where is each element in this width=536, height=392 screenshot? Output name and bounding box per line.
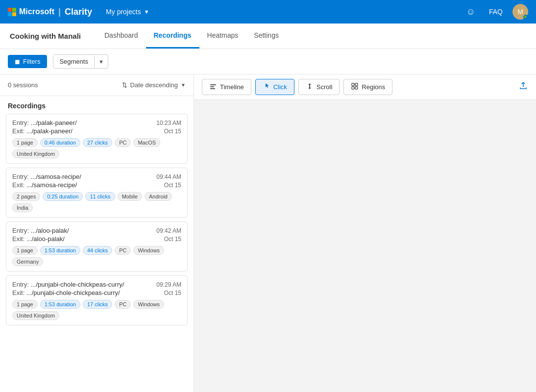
svg-rect-0 <box>210 84 216 85</box>
recording-tags-2: 2 pages 0:25 duration 11 clicks Mobile A… <box>12 192 181 212</box>
svg-rect-3 <box>309 85 310 88</box>
sort-button[interactable]: ⇅ Date descending ▼ <box>122 81 186 89</box>
timeline-button[interactable]: Timeline <box>202 79 251 95</box>
tag-os-4: Windows <box>133 300 164 309</box>
filter-icon: ◼ <box>15 58 20 65</box>
tag-duration-1: 0:46 duration <box>40 138 80 147</box>
project-title: Cooking with Manali <box>10 32 81 40</box>
brand-logo: Microsoft | Clarity <box>8 7 92 17</box>
clarity-label: Clarity <box>65 7 92 17</box>
entry-path-2: Entry: .../samosa-recipe/ <box>12 173 81 180</box>
tag-duration-3: 1:53 duration <box>40 246 80 255</box>
timeline-label: Timeline <box>220 83 244 91</box>
tab-recordings[interactable]: Recordings <box>146 24 199 49</box>
my-projects-button[interactable]: My projects ▼ <box>102 6 153 18</box>
regions-label: Regions <box>362 83 385 91</box>
tag-country-4: United Kingdom <box>12 311 59 320</box>
top-navigation: Microsoft | Clarity My projects ▼ ☺ FAQ … <box>0 0 536 24</box>
recording-date-1: Oct 15 <box>164 128 181 135</box>
main-nav-tabs: Dashboard Recordings Heatmaps Settings <box>97 24 287 49</box>
ms-grid-icon <box>8 8 16 16</box>
tag-device-1: PC <box>115 138 131 147</box>
recording-time-3: 09:42 AM <box>156 227 181 234</box>
regions-button[interactable]: Regions <box>343 79 392 95</box>
faq-button[interactable]: FAQ <box>485 6 507 18</box>
avatar[interactable]: M <box>512 4 528 20</box>
tag-clicks-4: 17 clicks <box>83 300 112 309</box>
sub-header: Cooking with Manali Dashboard Recordings… <box>0 24 536 49</box>
microsoft-label: Microsoft <box>19 7 54 16</box>
tag-pages-3: 1 page <box>12 246 38 255</box>
entry-path-4: Entry: .../punjabi-chole-chickpeas-curry… <box>12 281 124 288</box>
recording-tags-3: 1 page 1:53 duration 44 clicks PC Window… <box>12 246 181 266</box>
sort-label: Date descending <box>130 81 178 89</box>
tag-os-2: Android <box>145 192 172 201</box>
tag-pages-4: 1 page <box>12 300 38 309</box>
tag-clicks-2: 11 clicks <box>85 192 115 201</box>
tab-settings[interactable]: Settings <box>246 24 287 49</box>
recording-tags-1: 1 page 0:46 duration 27 clicks PC MacOS … <box>12 138 181 158</box>
recording-date-3: Oct 15 <box>164 236 181 243</box>
svg-rect-7 <box>355 87 358 89</box>
segments-button[interactable]: Segments ▼ <box>53 54 108 69</box>
click-button[interactable]: Click <box>255 79 294 95</box>
tab-dashboard[interactable]: Dashboard <box>97 24 146 49</box>
left-panel: 0 sessions ⇅ Date descending ▼ Recording… <box>0 74 194 392</box>
tab-heatmaps[interactable]: Heatmaps <box>199 24 246 49</box>
playback-toolbar: Timeline Click <box>194 74 536 100</box>
tag-country-3: Germany <box>12 257 43 266</box>
tag-pages-1: 1 page <box>12 138 38 147</box>
tag-pages-2: 2 pages <box>12 192 40 201</box>
svg-rect-1 <box>210 86 214 87</box>
recording-time-1: 10:23 AM <box>156 120 181 126</box>
svg-rect-4 <box>352 83 354 86</box>
sort-icon: ⇅ <box>122 81 127 89</box>
chevron-down-icon: ▼ <box>144 9 149 15</box>
tag-device-3: PC <box>115 246 131 255</box>
avatar-online-badge <box>523 15 528 20</box>
recordings-header: Recordings <box>0 96 194 114</box>
export-button[interactable] <box>518 81 528 93</box>
my-projects-label: My projects <box>106 8 141 16</box>
tag-clicks-1: 27 clicks <box>83 138 112 147</box>
scroll-button[interactable]: Scroll <box>298 79 340 95</box>
exit-path-3: Exit: .../aloo-palak/ <box>12 235 65 243</box>
recordings-list: Recordings Entry: .../palak-paneer/ 10:2… <box>0 96 194 392</box>
entry-path-3: Entry: .../aloo-palak/ <box>12 227 69 234</box>
sort-chevron-icon: ▼ <box>181 82 186 88</box>
filters-button[interactable]: ◼ Filters <box>8 55 47 68</box>
brand-divider: | <box>58 7 61 17</box>
export-icon <box>518 81 528 93</box>
recording-card[interactable]: Entry: .../punjabi-chole-chickpeas-curry… <box>6 275 188 325</box>
recording-time-2: 09:44 AM <box>156 173 181 180</box>
main-content: 0 sessions ⇅ Date descending ▼ Recording… <box>0 74 536 392</box>
exit-path-1: Exit: .../palak-paneer/ <box>12 127 73 135</box>
click-label: Click <box>273 83 287 91</box>
recording-card[interactable]: Entry: .../samosa-recipe/ 09:44 AM Exit:… <box>6 168 188 218</box>
tag-country-2: India <box>12 203 33 212</box>
recording-time-4: 09:29 AM <box>156 281 181 288</box>
smiley-icon: ☺ <box>466 7 475 17</box>
faq-label: FAQ <box>489 8 503 16</box>
segments-label: Segments <box>53 55 94 68</box>
timeline-icon <box>209 82 217 92</box>
svg-rect-6 <box>352 87 354 89</box>
recording-card[interactable]: Entry: .../palak-paneer/ 10:23 AM Exit: … <box>6 114 188 164</box>
recording-date-2: Oct 15 <box>164 182 181 189</box>
tag-duration-2: 0:25 duration <box>43 192 83 201</box>
regions-icon <box>351 82 359 92</box>
recording-tags-4: 1 page 1:53 duration 17 clicks PC Window… <box>12 300 181 320</box>
sessions-count: 0 sessions <box>8 81 38 89</box>
tag-device-2: Mobile <box>118 192 142 201</box>
tag-os-3: Windows <box>133 246 164 255</box>
tag-os-1: MacOS <box>133 138 160 147</box>
smiley-icon-button[interactable]: ☺ <box>463 5 479 19</box>
sessions-bar: 0 sessions ⇅ Date descending ▼ <box>0 74 194 96</box>
scroll-label: Scroll <box>317 83 333 91</box>
scroll-icon <box>306 82 314 92</box>
filters-label: Filters <box>23 58 40 65</box>
segments-chevron-icon: ▼ <box>94 56 108 68</box>
click-icon <box>263 82 270 92</box>
recording-card[interactable]: Entry: .../aloo-palak/ 09:42 AM Exit: ..… <box>6 221 188 271</box>
exit-path-4: Exit: .../punjabi-chole-chickpeas-curry/ <box>12 289 120 296</box>
